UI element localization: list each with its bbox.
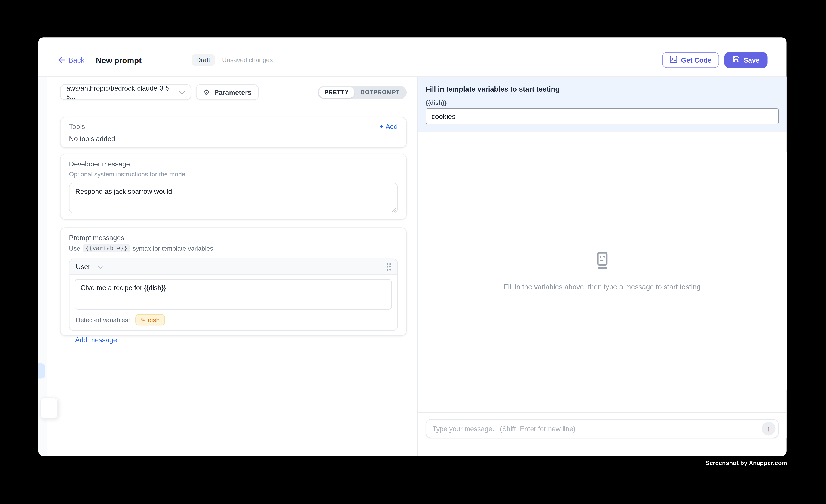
- developer-message-subtitle: Optional system instructions for the mod…: [69, 171, 398, 178]
- add-message-label: Add message: [75, 336, 117, 344]
- chat-empty-text: Fill in the variables above, then type a…: [504, 283, 701, 291]
- send-button[interactable]: ↑: [762, 422, 775, 436]
- gear-icon: ⚙: [203, 88, 210, 96]
- detected-variables-label: Detected variables:: [76, 316, 130, 323]
- toggle-dotprompt[interactable]: DOTPROMPT: [355, 87, 406, 98]
- toggle-pretty[interactable]: PRETTY: [318, 87, 355, 98]
- template-syntax-hint: Use {{variable}} syntax for template var…: [69, 244, 398, 252]
- variable-badge-label: dish: [148, 316, 160, 323]
- plus-icon: +: [69, 336, 73, 344]
- status-badge: Draft: [192, 54, 215, 66]
- chat-area: Fill in the variables above, then type a…: [418, 132, 786, 412]
- page-title: New prompt: [96, 56, 141, 65]
- back-button[interactable]: Back: [58, 56, 84, 64]
- message-block: User Give me a recipe for {{: [69, 259, 398, 331]
- rail-active-item[interactable]: [39, 363, 45, 378]
- app-window: Back New prompt Draft Unsaved changes Ge…: [39, 37, 786, 456]
- tools-empty-text: No tools added: [69, 135, 398, 143]
- chevron-down-icon: [179, 88, 185, 96]
- hint-prefix: Use: [69, 245, 80, 252]
- resize-handle[interactable]: [386, 303, 390, 308]
- variable-name-label: {{dish}}: [426, 100, 778, 106]
- pencil-icon: ✎: [140, 317, 145, 323]
- unsaved-changes-label: Unsaved changes: [222, 56, 273, 64]
- variable-badge-dish[interactable]: ✎ dish: [135, 314, 165, 325]
- add-tool-label: Add: [386, 123, 398, 131]
- header-actions: Get Code Save: [662, 52, 768, 68]
- popover-fragment: [40, 398, 58, 419]
- watermark-text: Screenshot by Xnapper.com: [705, 460, 787, 466]
- save-label: Save: [744, 56, 760, 64]
- chat-empty-state: Fill in the variables above, then type a…: [418, 252, 786, 291]
- prompt-messages-title: Prompt messages: [69, 234, 398, 242]
- main-content: aws/anthropic/bedrock-claude-3-5-s... ⚙ …: [39, 77, 786, 456]
- prompt-editor-panel: aws/anthropic/bedrock-claude-3-5-s... ⚙ …: [47, 77, 417, 456]
- back-label: Back: [68, 56, 84, 64]
- tools-title: Tools: [69, 123, 85, 131]
- role-select[interactable]: User: [76, 263, 104, 270]
- developer-message-title: Developer message: [69, 160, 398, 168]
- message-textarea[interactable]: Give me a recipe for {{dish}}: [75, 279, 392, 310]
- developer-message-textarea[interactable]: Respond as jack sparrow would: [69, 183, 398, 213]
- model-select-value: aws/anthropic/bedrock-claude-3-5-s...: [66, 84, 179, 100]
- save-button[interactable]: Save: [724, 52, 767, 68]
- add-tool-button[interactable]: + Add: [379, 123, 398, 131]
- drag-handle-icon[interactable]: [386, 263, 391, 270]
- terminal-icon: [669, 55, 677, 65]
- resize-handle[interactable]: [392, 207, 396, 212]
- variable-value-input[interactable]: [426, 109, 778, 124]
- variable-syntax-chip: {{variable}}: [83, 244, 130, 252]
- hint-suffix: syntax for template variables: [133, 245, 213, 252]
- get-code-button[interactable]: Get Code: [662, 52, 719, 68]
- editor-toolbar: aws/anthropic/bedrock-claude-3-5-s... ⚙ …: [60, 84, 407, 100]
- developer-message-card: Developer message Optional system instru…: [60, 154, 407, 219]
- variables-section-title: Fill in template variables to start test…: [426, 85, 778, 93]
- prompt-messages-card: Prompt messages Use {{variable}} syntax …: [60, 228, 407, 336]
- chevron-down-icon: [98, 263, 104, 270]
- test-panel: Fill in template variables to start test…: [417, 77, 786, 456]
- model-select[interactable]: aws/anthropic/bedrock-claude-3-5-s...: [60, 84, 191, 100]
- chat-message-input[interactable]: [432, 425, 762, 433]
- back-arrow-icon: [58, 57, 65, 63]
- role-select-value: User: [76, 263, 90, 270]
- screenshot-stage: Back New prompt Draft Unsaved changes Ge…: [0, 0, 826, 504]
- format-toggle: PRETTY DOTPROMPT: [318, 85, 407, 99]
- get-code-label: Get Code: [681, 56, 711, 64]
- message-header: User: [69, 259, 397, 275]
- tools-card: Tools + Add No tools added: [60, 117, 407, 148]
- detected-variables-row: Detected variables: ✎ dish: [75, 314, 392, 325]
- plus-icon: +: [379, 123, 384, 131]
- parameters-label: Parameters: [214, 88, 251, 96]
- robot-icon: [595, 252, 609, 271]
- add-message-button[interactable]: + Add message: [69, 336, 117, 344]
- header: Back New prompt Draft Unsaved changes Ge…: [39, 37, 786, 77]
- send-arrow-icon: ↑: [767, 425, 770, 433]
- chat-input-row: ↑: [426, 419, 778, 438]
- template-variables-section: Fill in template variables to start test…: [418, 77, 786, 132]
- message-body: Give me a recipe for {{dish}} Detected v…: [69, 275, 397, 330]
- chat-footer: ↑: [418, 412, 786, 456]
- parameters-button[interactable]: ⚙ Parameters: [196, 84, 259, 100]
- save-icon: [732, 55, 740, 65]
